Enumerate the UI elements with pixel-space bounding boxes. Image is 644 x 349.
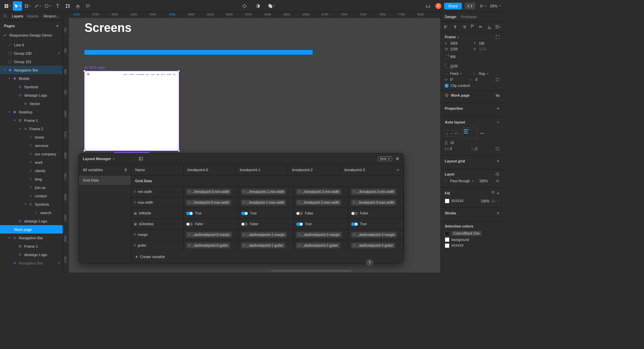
bool-toggle[interactable] — [351, 212, 358, 215]
distribute-icon[interactable]: ▾ — [495, 24, 501, 30]
padding-h-field[interactable]: |□|0 — [445, 147, 468, 151]
move-tool-button[interactable]: ▾ — [13, 1, 22, 11]
comment-tool-button[interactable] — [83, 1, 93, 11]
variable-alias-chip[interactable]: #...breakpoint-3-max-width — [351, 200, 396, 205]
user-avatar[interactable]: O — [435, 3, 441, 9]
var-column-header[interactable]: breakpoint-1 — [236, 164, 288, 175]
layer-row[interactable]: Tcontact — [0, 192, 63, 200]
variable-row[interactable]: #margin#...ata/breakpoint-0-margin#...at… — [131, 229, 404, 240]
layer-row[interactable]: Twork — [0, 158, 63, 166]
remove-fill-button[interactable]: − — [497, 199, 499, 203]
fill-visibility-icon[interactable] — [491, 199, 495, 203]
variable-alias-chip[interactable]: #...ata/breakpoint-0-margin — [186, 232, 232, 238]
filename-label[interactable]: Respon... — [44, 14, 59, 18]
layer-row[interactable]: Tour company — [0, 150, 63, 158]
variable-alias-chip[interactable]: #...ata/breakpoint-2-margin — [296, 232, 342, 238]
goto-icon[interactable]: ↗ — [57, 261, 60, 265]
align-right-icon[interactable] — [461, 24, 467, 30]
remove-autolayout-button[interactable]: − — [497, 119, 499, 125]
main-menu-button[interactable]: ▾ — [3, 1, 12, 11]
layer-row[interactable]: ▾Frame 2 — [0, 124, 63, 133]
variable-alias-chip[interactable]: #...ata/breakpoint-3-gutter — [351, 243, 395, 248]
selection-color-3[interactable]: FFFFFF — [445, 243, 499, 248]
add-page-button[interactable]: + — [56, 23, 59, 29]
text-tool-button[interactable]: T — [53, 1, 62, 11]
layer-row[interactable]: Vector — [0, 99, 63, 108]
x-field[interactable]: X3459 — [445, 42, 471, 45]
variable-alias-chip[interactable]: #...ata/breakpoint-0-gutter — [186, 243, 230, 248]
layer-row[interactable]: ▾Mobile — [0, 74, 63, 83]
layer-row[interactable]: Group 100↗ — [0, 49, 63, 57]
align-top-icon[interactable] — [469, 24, 475, 30]
alignment-grid[interactable] — [462, 128, 478, 139]
rotation-field[interactable]: ⟳0° — [445, 78, 468, 82]
layer-row[interactable]: delasign Logo — [0, 91, 63, 99]
resize-fit-icon[interactable] — [495, 35, 499, 39]
pen-tool-button[interactable]: ▾ — [33, 1, 42, 11]
autolayout-more-button[interactable]: ••• — [480, 131, 484, 135]
variable-alias-chip[interactable]: #...ata/breakpoint-2-gutter — [296, 243, 340, 248]
variable-row[interactable]: ▣isDesktopFalseFalseTrueTrue — [131, 218, 404, 229]
max-width-field[interactable]: |←→|1239 — [445, 62, 471, 70]
opacity-field[interactable]: 100% — [479, 179, 493, 183]
var-group-item[interactable]: Grid Data — [79, 176, 131, 185]
layer-row[interactable]: ▾Symbols — [0, 200, 63, 208]
layer-row[interactable]: ▸Navigation Bar — [0, 234, 63, 242]
design-tab[interactable]: Design — [445, 15, 456, 19]
layer-row[interactable]: Tjoin us — [0, 183, 63, 192]
fill-styles-icon[interactable] — [491, 191, 495, 194]
shape-tool-button[interactable]: ▾ — [43, 1, 52, 11]
close-button[interactable]: ✕ — [395, 156, 399, 161]
bool-toggle[interactable] — [186, 212, 193, 215]
var-column-header[interactable]: breakpoint-3 — [340, 164, 393, 175]
layers-tab[interactable]: Layers — [12, 14, 23, 18]
sidebar-toggle-icon[interactable] — [139, 156, 143, 161]
boolean-icon[interactable]: ▾ — [267, 1, 276, 11]
layer-row[interactable]: Line 6 — [0, 41, 63, 49]
bool-toggle[interactable] — [186, 222, 193, 226]
gap-field[interactable]: ]|[10 — [445, 141, 499, 145]
search-icon[interactable] — [3, 14, 7, 18]
canvas-scrollbar-horizontal[interactable] — [271, 270, 352, 272]
direction-horizontal-button[interactable]: → — [450, 131, 453, 136]
clip-content-checkbox[interactable]: ✓Clip content — [445, 84, 499, 88]
page-item[interactable]: ✓ Responsive Design Demo — [0, 31, 63, 39]
add-layoutgrid-button[interactable]: + — [497, 158, 499, 164]
add-stroke-button[interactable]: + — [497, 210, 499, 216]
layer-row[interactable]: Tsearch — [0, 208, 63, 217]
variable-alias-chip[interactable]: #...breakpoint-1-max-width — [241, 200, 286, 205]
variable-alias-chip[interactable]: #.../breakpoint-1-min-width — [241, 189, 286, 195]
variable-alias-chip[interactable]: #...breakpoint-0-max-width — [186, 200, 231, 205]
layer-row[interactable]: ▾Work page — [0, 225, 63, 234]
help-button[interactable]: ? — [366, 259, 373, 266]
var-column-header[interactable]: Name — [131, 164, 183, 175]
width-field[interactable]: W1239 — [445, 47, 471, 51]
layer-row[interactable]: Thome — [0, 133, 63, 141]
beta-badge[interactable]: Beta — [378, 156, 392, 161]
layer-row[interactable]: ▾Frame 1 — [0, 116, 63, 124]
variable-alias-chip[interactable]: #...breakpoint-2-max-width — [296, 200, 341, 205]
resize-w-field[interactable]: ↔Fixed▾ — [445, 72, 471, 76]
variable-alias-chip[interactable]: #...ata/breakpoint-1-margin — [241, 232, 287, 238]
goto-icon[interactable]: ↗ — [57, 51, 60, 55]
visibility-icon[interactable] — [495, 179, 499, 183]
bool-toggle[interactable] — [296, 212, 303, 215]
prototype-tab[interactable]: Prototype — [461, 15, 477, 19]
bool-toggle[interactable] — [296, 222, 303, 226]
zoom-level[interactable]: 29%▾ — [490, 4, 501, 8]
canvas-area[interactable]: 3459375040004250450046985000525055005750… — [63, 12, 440, 272]
all-variables-label[interactable]: All variables — [83, 168, 103, 172]
layer-row[interactable]: ▾Desktop — [0, 108, 63, 116]
independent-corners-icon[interactable] — [495, 78, 499, 82]
component-icon[interactable] — [240, 1, 249, 11]
variable-alias-chip[interactable]: #.../breakpoint-3-min-width — [351, 189, 396, 195]
radius-field[interactable]: ⌐0 — [470, 78, 493, 82]
padding-v-field[interactable]: ¯□_0 — [470, 147, 493, 151]
blend-mode-field[interactable]: ○Pass through▾ — [445, 179, 477, 183]
min-width-field[interactable]: →|←905 — [445, 53, 471, 60]
variable-row[interactable]: #gutter#...ata/breakpoint-0-gutter#...at… — [131, 240, 404, 251]
settings-icon[interactable] — [495, 93, 499, 97]
bool-toggle[interactable] — [351, 222, 358, 226]
resize-h-field[interactable]: ↕Hug▾ — [474, 72, 500, 76]
selected-frame[interactable]: Work page homeservicesour companyworkcli… — [85, 71, 179, 151]
